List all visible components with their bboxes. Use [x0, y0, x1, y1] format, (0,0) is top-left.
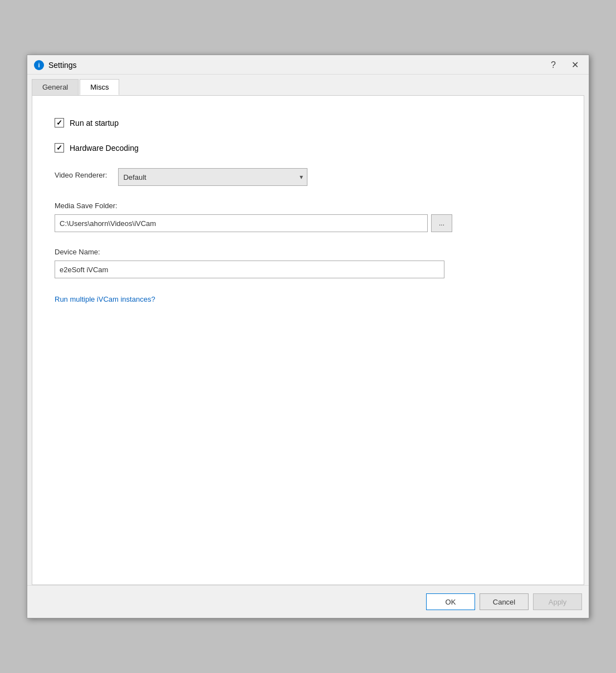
help-button[interactable]: ?: [547, 60, 559, 71]
content-area: Run at startup Hardware Decoding Video R…: [32, 95, 584, 585]
hardware-decoding-checkbox[interactable]: [55, 143, 64, 153]
title-bar-buttons: ? ✕: [547, 60, 582, 71]
apply-button[interactable]: Apply: [533, 593, 582, 610]
footer: OK Cancel Apply: [27, 585, 589, 618]
tab-bar: General Miscs: [27, 75, 589, 95]
cancel-button[interactable]: Cancel: [480, 593, 529, 610]
device-name-label: Device Name:: [55, 248, 561, 256]
run-at-startup-checkbox[interactable]: [55, 118, 64, 127]
hardware-decoding-label: Hardware Decoding: [70, 144, 139, 153]
close-button[interactable]: ✕: [568, 60, 582, 71]
multiple-instances-group: Run multiple iVCam instances?: [55, 294, 561, 304]
hardware-decoding-row: Hardware Decoding: [55, 143, 561, 153]
video-renderer-row: Video Renderer: Default EVR VMR9 VMR7 ▾: [55, 168, 561, 186]
media-save-folder-input[interactable]: [55, 214, 428, 232]
device-name-row: [55, 261, 561, 278]
window-title: Settings: [48, 61, 77, 70]
video-renderer-select-wrapper: Default EVR VMR9 VMR7 ▾: [118, 168, 307, 186]
media-save-folder-row: ...: [55, 214, 561, 232]
browse-button[interactable]: ...: [431, 214, 452, 232]
multiple-instances-link[interactable]: Run multiple iVCam instances?: [55, 295, 155, 303]
tab-general[interactable]: General: [32, 79, 79, 95]
title-bar: i Settings ? ✕: [27, 55, 589, 75]
run-at-startup-row: Run at startup: [55, 118, 561, 127]
run-at-startup-label: Run at startup: [70, 119, 119, 127]
device-name-input[interactable]: [55, 261, 444, 278]
tab-miscs[interactable]: Miscs: [80, 79, 119, 95]
settings-dialog: i Settings ? ✕ General Miscs Run at star…: [27, 55, 589, 618]
video-renderer-label: Video Renderer:: [55, 171, 107, 179]
video-renderer-select[interactable]: Default EVR VMR9 VMR7: [118, 168, 307, 186]
device-name-group: Device Name:: [55, 248, 561, 278]
media-save-folder-group: Media Save Folder: ...: [55, 202, 561, 232]
media-save-folder-label: Media Save Folder:: [55, 202, 561, 210]
title-bar-left: i Settings: [34, 60, 77, 70]
app-icon: i: [34, 60, 44, 70]
ok-button[interactable]: OK: [426, 593, 475, 610]
